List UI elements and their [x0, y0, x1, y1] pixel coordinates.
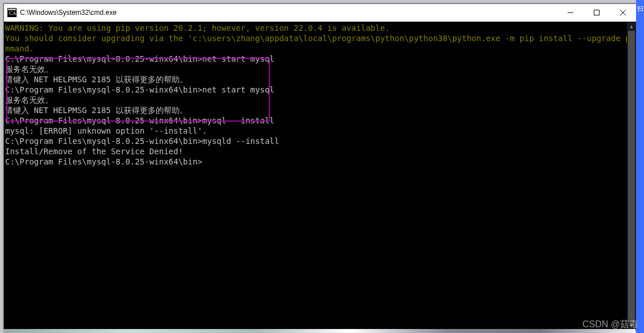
- window-controls: [557, 4, 636, 21]
- window-titlebar[interactable]: CA C:\Windows\System32\cmd.exe: [4, 4, 636, 22]
- scroll-down-arrow-icon[interactable]: ▼: [627, 320, 636, 330]
- minimize-button[interactable]: [557, 4, 584, 21]
- browser-side-tab[interactable]: 扫: [636, 0, 644, 333]
- cmd-icon: CA: [7, 8, 17, 17]
- close-button[interactable]: [610, 4, 636, 21]
- console-line: mmand.: [4, 43, 636, 54]
- console-line: C:\Program Files\mysql-8.0.25-winx64\bin…: [4, 54, 636, 64]
- console-line: Install/Remove of the Service Denied!: [4, 146, 636, 157]
- side-tab-text: 扫: [637, 5, 643, 333]
- taskbar-fragment: [3, 329, 635, 333]
- console-line: 请键入 NET HELPMSG 2185 以获得更多的帮助。: [4, 74, 636, 85]
- console-line: 服务名无效。: [4, 64, 636, 74]
- svg-rect-4: [594, 10, 600, 15]
- vertical-scrollbar[interactable]: ▲ ▼: [627, 22, 636, 330]
- window-title: C:\Windows\System32\cmd.exe: [20, 4, 557, 21]
- svg-text:CA: CA: [9, 10, 17, 16]
- console-line: C:\Program Files\mysql-8.0.25-winx64\bin…: [4, 115, 636, 126]
- console-line: WARNING: You are using pip version 20.2.…: [4, 23, 636, 33]
- maximize-button[interactable]: [584, 4, 610, 21]
- scroll-up-arrow-icon[interactable]: ▲: [627, 22, 636, 31]
- console-area[interactable]: WARNING: You are using pip version 20.2.…: [4, 22, 636, 330]
- console-line: mysql: [ERROR] unknown option '--install…: [4, 126, 636, 136]
- console-line: C:\Program Files\mysql-8.0.25-winx64\bin…: [4, 157, 636, 167]
- console-line: 服务名无效。: [4, 95, 636, 105]
- console-line: 请键入 NET HELPMSG 2185 以获得更多的帮助。: [4, 105, 636, 115]
- cmd-window: CA C:\Windows\System32\cmd.exe WARNING: …: [3, 3, 637, 330]
- scrollbar-thumb[interactable]: [628, 31, 635, 322]
- console-line: C:\Program Files\mysql-8.0.25-winx64\bin…: [4, 136, 636, 146]
- console-line: C:\Program Files\mysql-8.0.25-winx64\bin…: [4, 85, 636, 95]
- console-line: You should consider upgrading via the 'c…: [4, 33, 636, 43]
